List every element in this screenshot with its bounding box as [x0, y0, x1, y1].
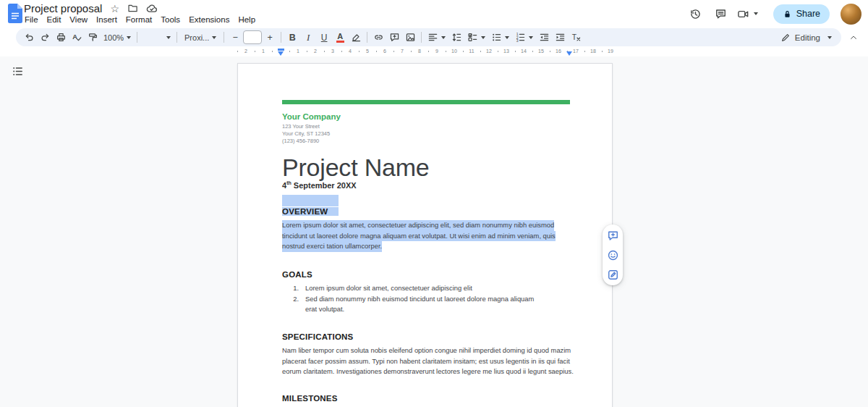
bulleted-list-icon [491, 32, 502, 43]
goals-heading: GOALS [282, 269, 312, 280]
styles-dropdown[interactable] [140, 30, 174, 45]
chevron-down-icon [529, 36, 533, 39]
ruler-label: 1 [255, 46, 272, 56]
selection-highlight-blank-line [282, 195, 339, 206]
font-size-decrease-button[interactable]: − [227, 30, 243, 45]
font-size-increase-button[interactable]: + [262, 30, 278, 45]
milestones-heading: MILESTONES [282, 393, 338, 404]
cloud-status-icon[interactable] [146, 3, 158, 14]
overview-paragraph: Lorem ipsum dolor sit amet, consectetuer… [282, 220, 556, 252]
font-size-input[interactable] [243, 30, 262, 44]
align-left-icon [427, 32, 438, 43]
menu-item[interactable]: Format [122, 14, 156, 25]
add-comment-button[interactable] [386, 30, 402, 45]
first-line-indent-marker[interactable] [278, 49, 284, 51]
comment-history-icon[interactable] [712, 4, 731, 23]
list-item: 2. Sed diam nonummy nibh euismod tincidu… [282, 294, 547, 315]
spellcheck-button[interactable]: A [69, 30, 85, 45]
menu-item[interactable]: View [65, 14, 92, 25]
increase-indent-button[interactable] [552, 30, 568, 45]
insert-image-button[interactable] [402, 30, 418, 45]
bold-button[interactable]: B [284, 30, 300, 45]
video-camera-icon [737, 8, 749, 20]
menu-item[interactable]: Tools [156, 14, 184, 25]
chevron-down-icon [754, 12, 758, 15]
list-item: 1. Lorem ipsum dolor sit amet, consectet… [282, 283, 547, 294]
svg-text:A: A [72, 33, 77, 41]
text-color-swatch [336, 41, 344, 43]
toolbar: A 100% Proxi... − + B I U A [16, 28, 841, 46]
editing-mode-dropdown[interactable]: Editing [776, 30, 836, 45]
decrease-indent-button[interactable] [536, 30, 552, 45]
share-label: Share [796, 9, 820, 19]
align-dropdown[interactable] [425, 30, 448, 45]
document-header: Project proposal ☆ [24, 1, 158, 15]
line-spacing-button[interactable] [448, 30, 464, 45]
underline-button[interactable]: U [316, 30, 332, 45]
paragraph-line: placerat facer possim assum. Typi non ha… [282, 356, 574, 367]
ruler-label: 16 [550, 46, 567, 56]
horizontal-ruler[interactable]: 2112345678910111213141516171819 [0, 46, 868, 56]
print-button[interactable] [53, 30, 69, 45]
checklist-dropdown[interactable] [464, 30, 488, 45]
version-history-icon[interactable] [686, 4, 705, 23]
right-indent-marker[interactable] [566, 51, 572, 56]
meet-call-button[interactable] [737, 8, 758, 20]
zoom-dropdown[interactable]: 100% [101, 30, 134, 45]
show-outline-button[interactable] [10, 64, 25, 78]
italic-button[interactable]: I [300, 30, 316, 45]
left-indent-marker[interactable] [278, 51, 284, 56]
google-docs-window: Project proposal ☆ FileEditViewInsertFor… [0, 0, 868, 407]
ruler-label: 2 [237, 46, 255, 56]
numbered-list-dropdown[interactable]: 123 [512, 30, 536, 45]
chevron-down-icon [481, 36, 485, 39]
specifications-paragraph: Nam liber tempor cum soluta nobis eleife… [282, 345, 574, 377]
font-dropdown[interactable]: Proxi... [180, 30, 221, 45]
selection-action-toolbar [603, 225, 623, 285]
chevron-down-icon [505, 36, 509, 39]
menu-item[interactable]: Extensions [184, 14, 234, 25]
toolbar-separator [367, 32, 367, 43]
paragraph-line: eorum claritatem. Investigationes demons… [282, 366, 574, 377]
highlight-color-button[interactable] [348, 30, 364, 45]
document-page[interactable]: Your Company 123 Your StreetYour City, S… [237, 63, 613, 407]
ruler-label: 4 [341, 46, 359, 56]
document-title[interactable]: Project proposal [24, 2, 102, 14]
redo-button[interactable] [37, 30, 53, 45]
numbered-list-icon: 123 [515, 32, 526, 43]
paragraph-line: tincidunt ut laoreet dolore magna aliqua… [282, 231, 556, 242]
font-value: Proxi... [184, 33, 209, 42]
ruler-label: 7 [393, 46, 411, 56]
company-name: Your Company [282, 112, 341, 121]
menu-item[interactable]: Help [234, 14, 260, 25]
suggest-edits-button[interactable] [605, 267, 620, 282]
chevron-down-icon [441, 36, 446, 39]
paragraph-line: Nam liber tempor cum soluta nobis eleife… [282, 345, 574, 356]
clear-formatting-button[interactable]: T [568, 30, 584, 45]
paragraph-line: Lorem ipsum dolor sit amet, consectetuer… [282, 220, 556, 231]
share-button[interactable]: Share [773, 4, 830, 24]
move-folder-icon[interactable] [127, 3, 138, 14]
emoji-reaction-button[interactable] [605, 248, 620, 262]
insert-link-button[interactable] [370, 30, 386, 45]
hide-menus-button[interactable] [847, 31, 860, 44]
document-date: 4th September 20XX [282, 180, 357, 190]
mode-label: Editing [795, 33, 820, 42]
menu-item[interactable]: Insert [92, 14, 122, 25]
text-color-button[interactable]: A [332, 30, 348, 45]
account-avatar[interactable] [841, 4, 861, 25]
top-bar-actions: Share [686, 3, 861, 25]
star-icon[interactable]: ☆ [110, 4, 119, 14]
ruler-label: 9 [428, 46, 446, 56]
menu-item[interactable]: File [20, 14, 43, 25]
undo-button[interactable] [21, 30, 37, 45]
paint-format-button[interactable] [85, 30, 101, 45]
ruler-label: 6 [376, 46, 393, 56]
bulleted-list-dropdown[interactable] [488, 30, 512, 45]
goals-list: 1. Lorem ipsum dolor sit amet, consectet… [282, 283, 547, 315]
ruler-label: 14 [515, 46, 532, 56]
lock-icon [783, 9, 792, 19]
menu-item[interactable]: Edit [43, 14, 66, 25]
add-comment-float-button[interactable] [605, 228, 620, 243]
zoom-value: 100% [103, 33, 124, 42]
